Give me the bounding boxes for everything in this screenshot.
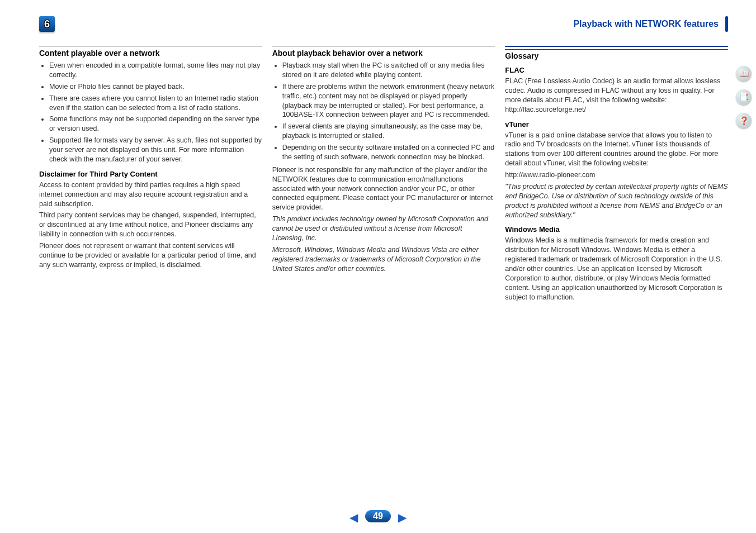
list-item: Some functions may not be supported depe… xyxy=(49,115,262,134)
column-2: About playback behavior over a network P… xyxy=(272,46,495,304)
content-columns: Content playable over a network Even whe… xyxy=(39,46,728,304)
glossary-term-flac: FLAC xyxy=(505,66,728,74)
microsoft-trademark-note: Microsoft, Windows, Windows Media and Wi… xyxy=(272,245,495,274)
checklist-icon-glyph: 📑 xyxy=(739,93,749,102)
next-page-arrow[interactable]: ▶ xyxy=(393,511,412,524)
disclaimer-heading: Disclaimer for Third Party Content xyxy=(39,170,262,178)
responsibility-paragraph: Pioneer is not responsible for any malfu… xyxy=(272,165,495,212)
disclaimer-paragraph: Third party content services may be chan… xyxy=(39,211,262,239)
section-rule xyxy=(272,46,495,47)
header-title: Playback with NETWORK features xyxy=(573,19,722,29)
glossary-body-vtuner: vTuner is a paid online database service… xyxy=(505,131,728,169)
section-rule xyxy=(39,46,262,47)
list-item: There are cases where you cannot listen … xyxy=(49,94,262,113)
list-item: Even when encoded in a compatible format… xyxy=(49,61,262,80)
glossary-url-vtuner: http://www.radio-pioneer.com xyxy=(505,170,728,180)
list-item: If there are problems within the network… xyxy=(282,82,495,120)
help-icon-glyph: ❓ xyxy=(739,116,749,125)
list-item: Supported file formats vary by server. A… xyxy=(49,136,262,164)
list-item: Playback may stall when the PC is switch… xyxy=(282,61,495,80)
section-rule xyxy=(505,46,728,50)
book-icon-glyph: 📖 xyxy=(739,69,749,78)
microsoft-license-note: This product includes technology owned b… xyxy=(272,215,495,243)
list-item: Depending on the security software insta… xyxy=(282,143,495,162)
glossary-body-flac: FLAC (Free Lossless Audio Codec) is an a… xyxy=(505,77,728,115)
glossary-term-vtuner: vTuner xyxy=(505,120,728,129)
section-heading-glossary: Glossary xyxy=(505,51,728,60)
glossary-note-vtuner: "This product is protected by certain in… xyxy=(505,182,728,220)
help-icon[interactable]: ❓ xyxy=(736,113,752,129)
glossary-body-windows-media: Windows Media is a multimedia framework … xyxy=(505,236,728,302)
disclaimer-paragraph: Pioneer does not represent or warrant th… xyxy=(39,241,262,270)
sidebar-icon-column: 📖 📑 ❓ xyxy=(736,66,752,129)
checklist-icon[interactable]: 📑 xyxy=(736,89,752,105)
glossary-term-windows-media: Windows Media xyxy=(505,225,728,234)
header-title-wrap: Playback with NETWORK features xyxy=(573,16,728,32)
book-icon[interactable]: 📖 xyxy=(736,66,752,82)
list-item: If several clients are playing simultane… xyxy=(282,122,495,141)
page-footer: ◀ 49 ▶ xyxy=(0,510,756,524)
chapter-number-badge: 6 xyxy=(39,16,55,32)
disclaimer-paragraph: Access to content provided by third part… xyxy=(39,180,262,209)
column-1: Content playable over a network Even whe… xyxy=(39,46,262,304)
column-3: Glossary FLAC FLAC (Free Lossless Audio … xyxy=(505,46,728,304)
section-heading-playback-behavior: About playback behavior over a network xyxy=(272,49,495,58)
section-heading-content-playable: Content playable over a network xyxy=(39,49,262,58)
playback-behavior-list: Playback may stall when the PC is switch… xyxy=(272,61,495,162)
list-item: Movie or Photo files cannot be played ba… xyxy=(49,82,262,92)
content-playable-list: Even when encoded in a compatible format… xyxy=(39,61,262,164)
page-number-pill: 49 xyxy=(365,510,391,522)
prev-page-arrow[interactable]: ◀ xyxy=(344,511,363,524)
page-header: 6 Playback with NETWORK features xyxy=(39,16,728,32)
